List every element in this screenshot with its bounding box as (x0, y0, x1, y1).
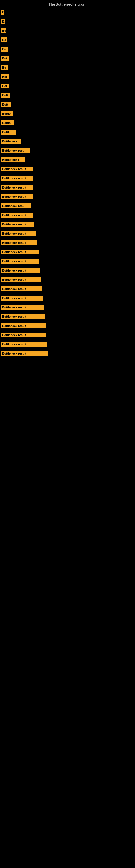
bar-label: Bottleneck resu (1, 204, 31, 208)
bar-label: Bottlen (1, 130, 16, 134)
bar-label: Bottleneck resu (1, 148, 30, 153)
bar-row: Bottleneck result (0, 211, 135, 220)
bar-label: Bo (1, 46, 8, 52)
bar-label: Bottleneck result (1, 323, 46, 328)
bar-row: Bottleneck result (0, 229, 135, 238)
bar-label: Bottleneck r (1, 157, 25, 162)
bar-label: Bottleneck result (1, 222, 34, 227)
bar-label: Bottleneck result (1, 176, 33, 181)
bar-label: Bottleneck result (1, 240, 37, 245)
bar-row: Bottle (0, 109, 135, 118)
bar-row: B (0, 8, 135, 17)
bar-label: Bottleneck result (1, 259, 39, 264)
bar-label: Bo (1, 65, 8, 70)
bar-row: Bottleneck result (0, 183, 135, 192)
bar-row: Bottleneck (0, 137, 135, 146)
bar-label: Bottleneck result (1, 194, 33, 199)
bar-row: Bo (0, 63, 135, 72)
bar-row: Bo (0, 44, 135, 54)
bar-row: Bot (0, 82, 135, 91)
bar-row: Bottleneck result (0, 174, 135, 183)
bar-label: Bot (1, 74, 9, 79)
bar-label: Bottleneck result (1, 231, 36, 236)
bar-row: Bottleneck result (0, 349, 135, 358)
bar-row: Bottleneck r (0, 155, 135, 164)
bar-label: Bot (1, 56, 9, 61)
bar-row: Bottleneck result (0, 303, 135, 312)
bar-row: Bottleneck result (0, 257, 135, 266)
bar-row: Bot (0, 54, 135, 63)
bar-row: Bottleneck result (0, 312, 135, 321)
bar-label: Bottleneck result (1, 268, 40, 273)
bar-label: Bottleneck result (1, 305, 44, 310)
bar-row: Bottleneck result (0, 293, 135, 303)
bar-label: Bottleneck result (1, 286, 42, 291)
bar-row: Bott (0, 100, 135, 109)
bar-row: Bottleneck resu (0, 146, 135, 155)
bar-label: Bottle (1, 111, 13, 116)
bar-row: Bottleneck result (0, 275, 135, 284)
bar-row: Bottleneck result (0, 220, 135, 229)
bar-row: Bo (0, 26, 135, 35)
bar-row: Bottleneck result (0, 164, 135, 174)
bar-row: Bottleneck result (0, 284, 135, 293)
bar-label: Bottleneck result (1, 277, 41, 282)
site-title: TheBottlenecker.com (0, 0, 135, 8)
bar-label: Bott (1, 93, 10, 98)
bar-label: Bott (1, 102, 11, 107)
bars-container: BB.BoBoBoBotBoBotBotBottBottBottleBottle… (0, 8, 135, 358)
bar-label: B (1, 10, 4, 14)
bar-label: Bottleneck result (1, 314, 45, 319)
bar-row: Bottlen (0, 127, 135, 137)
bar-label: Bottleneck result (1, 342, 47, 347)
bar-row: Bottle (0, 118, 135, 127)
bar-row: Bot (0, 72, 135, 82)
bar-row: Bott (0, 91, 135, 100)
bar-row: Bottleneck result (0, 330, 135, 340)
bar-label: Bottleneck result (1, 185, 33, 190)
bar-label: Bottle (1, 120, 14, 125)
bar-row: Bottleneck result (0, 192, 135, 201)
bar-label: Bottleneck (1, 139, 21, 144)
bar-row: Bottleneck result (0, 238, 135, 247)
bar-row: Bottleneck result (0, 266, 135, 275)
bar-label: Bot (1, 84, 9, 88)
bar-label: Bottleneck result (1, 250, 39, 254)
bar-label: Bottleneck result (1, 166, 34, 172)
bar-label: Bo (1, 28, 6, 33)
bar-label: Bottleneck result (1, 333, 46, 337)
bar-label: Bo (1, 37, 7, 42)
bar-row: Bottleneck result (0, 247, 135, 257)
bar-label: Bottleneck result (1, 351, 48, 356)
bar-label: B. (1, 19, 5, 24)
bar-row: Bottleneck result (0, 340, 135, 349)
bar-label: Bottleneck result (1, 296, 43, 301)
bar-label: Bottleneck result (1, 213, 34, 218)
bar-row: Bottleneck result (0, 321, 135, 330)
bar-row: Bo (0, 35, 135, 44)
bar-row: Bottleneck resu (0, 201, 135, 211)
bar-row: B. (0, 17, 135, 26)
